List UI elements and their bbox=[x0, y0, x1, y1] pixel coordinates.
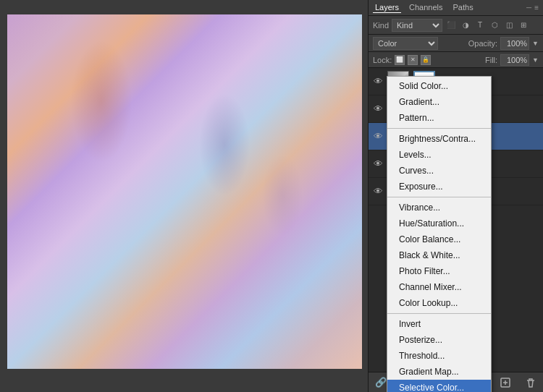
new-layer-icon[interactable] bbox=[498, 375, 513, 390]
opacity-label: Opacity: bbox=[468, 39, 497, 48]
filter-adjust-icon[interactable]: ◑ bbox=[460, 20, 471, 31]
lock-label: Lock: bbox=[373, 56, 392, 64]
menu-item-hue-saturation[interactable]: Hue/Saturation... bbox=[387, 216, 491, 231]
kind-label: Kind bbox=[373, 21, 389, 30]
menu-item-gradient[interactable]: Gradient... bbox=[387, 94, 491, 110]
menu-item-invert[interactable]: Invert bbox=[387, 316, 491, 332]
layer-visibility-toggle[interactable]: 👁 bbox=[371, 103, 384, 116]
panel-header: Layers Channels Paths ─ ≡ bbox=[369, 0, 543, 16]
panel-header-icons: ─ ≡ bbox=[526, 4, 539, 12]
filter-extra-icon[interactable]: ⊞ bbox=[518, 20, 529, 31]
menu-item-vibrance[interactable]: Vibrance... bbox=[387, 200, 491, 216]
menu-item-color-lookup[interactable]: Color Lookup... bbox=[387, 295, 491, 311]
filter-shape-icon[interactable]: ⬡ bbox=[489, 20, 500, 31]
fill-input[interactable] bbox=[500, 54, 529, 66]
lock-row: Lock: ⬜ ✕ 🔒 Fill: ▼ bbox=[369, 52, 543, 68]
blend-mode-select[interactable]: Color Normal Multiply Screen bbox=[373, 37, 438, 50]
filter-text-icon[interactable]: T bbox=[474, 20, 486, 31]
menu-item-black-white[interactable]: Black & White... bbox=[387, 247, 491, 263]
opacity-row: Color Normal Multiply Screen Opacity: ▼ bbox=[369, 35, 543, 52]
layer-visibility-toggle[interactable]: 👁 bbox=[371, 75, 384, 88]
menu-item-curves[interactable]: Curves... bbox=[387, 163, 491, 179]
context-menu: Solid Color... Gradient... Pattern... Br… bbox=[387, 76, 492, 392]
lock-all-icon[interactable]: 🔒 bbox=[421, 55, 431, 65]
layer-visibility-toggle[interactable]: 👁 bbox=[371, 158, 384, 171]
tab-paths[interactable]: Paths bbox=[451, 2, 476, 13]
menu-divider bbox=[387, 313, 491, 314]
menu-item-channel-mixer[interactable]: Channel Mixer... bbox=[387, 279, 491, 295]
panel-menu-icon[interactable]: ≡ bbox=[534, 4, 539, 12]
layers-panel: Layers Channels Paths ─ ≡ Kind Kind ⬛ ◑ … bbox=[368, 0, 543, 392]
kind-select[interactable]: Kind bbox=[392, 19, 442, 32]
canvas-area bbox=[0, 0, 368, 392]
fill-label: Fill: bbox=[485, 56, 497, 64]
layer-visibility-toggle[interactable]: 👁 bbox=[371, 130, 384, 143]
menu-item-posterize[interactable]: Posterize... bbox=[387, 332, 491, 348]
panel-minimize-icon[interactable]: ─ bbox=[526, 4, 531, 12]
lock-position-icon[interactable]: ✕ bbox=[408, 55, 418, 65]
toolbar-row: Kind Kind ⬛ ◑ T ⬡ ◫ ⊞ bbox=[369, 16, 543, 35]
menu-item-brightness[interactable]: Brightness/Contra... bbox=[387, 131, 491, 147]
filter-smart-icon[interactable]: ◫ bbox=[503, 20, 515, 31]
menu-item-photo-filter[interactable]: Photo Filter... bbox=[387, 263, 491, 279]
menu-item-exposure[interactable]: Exposure... bbox=[387, 179, 491, 195]
tab-channels[interactable]: Channels bbox=[407, 2, 445, 13]
tab-layers[interactable]: Layers bbox=[373, 2, 401, 13]
menu-item-solid-color[interactable]: Solid Color... bbox=[387, 78, 491, 94]
menu-divider bbox=[387, 197, 491, 197]
panel-tabs: Layers Channels Paths bbox=[373, 2, 476, 13]
menu-divider bbox=[387, 128, 491, 129]
fill-arrow-icon[interactable]: ▼ bbox=[532, 56, 539, 64]
menu-item-color-balance[interactable]: Color Balance... bbox=[387, 231, 491, 247]
menu-item-selective-color[interactable]: Selective Color... bbox=[387, 380, 491, 392]
menu-item-gradient-map[interactable]: Gradient Map... bbox=[387, 364, 491, 380]
delete-layer-icon[interactable] bbox=[523, 375, 538, 390]
canvas-image bbox=[7, 14, 362, 369]
opacity-arrow-icon[interactable]: ▼ bbox=[532, 40, 539, 47]
menu-item-pattern[interactable]: Pattern... bbox=[387, 110, 491, 126]
lock-pixels-icon[interactable]: ⬜ bbox=[395, 55, 405, 65]
filter-pixel-icon[interactable]: ⬛ bbox=[445, 20, 457, 31]
menu-item-levels[interactable]: Levels... bbox=[387, 147, 491, 163]
menu-item-threshold[interactable]: Threshold... bbox=[387, 348, 491, 364]
opacity-input[interactable] bbox=[500, 37, 529, 50]
layer-visibility-toggle[interactable]: 👁 bbox=[371, 185, 384, 198]
